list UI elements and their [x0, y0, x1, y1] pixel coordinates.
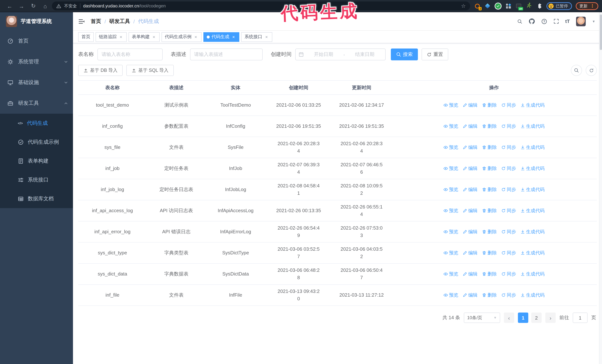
import-sql-button[interactable]: 基于 SQL 导入 — [127, 65, 174, 76]
delete-link[interactable]: 删除 — [482, 249, 497, 257]
edit-link[interactable]: 编辑 — [463, 291, 478, 299]
delete-link[interactable]: 删除 — [482, 207, 497, 214]
preview-link[interactable]: 预览 — [443, 102, 458, 109]
extension-grid-icon[interactable] — [504, 2, 512, 10]
sync-link[interactable]: 同步 — [501, 144, 516, 151]
extension-orange-ring-icon[interactable]: 1 — [473, 2, 481, 10]
generate-code-link[interactable]: 生成代码 — [520, 228, 545, 236]
sidebar-item-infra[interactable]: 基础设施 — [0, 72, 73, 93]
extension-runner-icon[interactable] — [525, 2, 533, 10]
import-db-button[interactable]: 基于 DB 导入 — [78, 65, 123, 76]
tab-form-builder[interactable]: 表单构建× — [129, 32, 160, 42]
fullscreen-icon[interactable] — [553, 19, 559, 24]
table-desc-input[interactable]: 请输入表描述 — [190, 49, 263, 60]
tab-tracing[interactable]: 链路追踪× — [96, 32, 127, 42]
tab-home[interactable]: 首页 — [78, 32, 94, 42]
sync-link[interactable]: 同步 — [501, 228, 516, 236]
preview-link[interactable]: 预览 — [443, 123, 458, 130]
preview-link[interactable]: 预览 — [443, 165, 458, 172]
edit-link[interactable]: 编辑 — [463, 249, 478, 257]
sidebar-item-home[interactable]: 首页 — [0, 31, 73, 52]
toggle-search-button[interactable] — [571, 65, 582, 76]
generate-code-link[interactable]: 生成代码 — [520, 165, 545, 172]
edit-link[interactable]: 编辑 — [463, 228, 478, 236]
reload-icon[interactable]: ↻ — [27, 3, 39, 9]
sidebar-item-system-api[interactable]: 系统接口 — [0, 170, 73, 189]
generate-code-link[interactable]: 生成代码 — [520, 207, 545, 214]
delete-link[interactable]: 删除 — [482, 165, 497, 172]
refresh-table-button[interactable] — [586, 65, 597, 76]
generate-code-link[interactable]: 生成代码 — [520, 102, 545, 109]
sidebar-item-codegen-example[interactable]: 代码生成示例 — [0, 133, 73, 151]
sync-link[interactable]: 同步 — [501, 270, 516, 278]
tab-codegen-example[interactable]: 代码生成示例× — [161, 32, 202, 42]
delete-link[interactable]: 删除 — [482, 291, 497, 299]
delete-link[interactable]: 删除 — [482, 186, 497, 193]
edit-link[interactable]: 编辑 — [463, 270, 478, 278]
sidebar-item-codegen[interactable]: </>代码生成 — [0, 114, 73, 133]
extension-power-icon[interactable]: on — [515, 2, 523, 10]
hamburger-icon[interactable] — [78, 18, 85, 25]
help-icon[interactable]: ? — [541, 18, 547, 24]
sync-link[interactable]: 同步 — [501, 123, 516, 130]
font-size-icon[interactable]: tT — [565, 19, 570, 24]
delete-link[interactable]: 删除 — [482, 102, 497, 109]
profile-chip[interactable]: 已暂停 — [547, 2, 572, 10]
reset-button[interactable]: 重置 — [422, 49, 448, 60]
sidebar-item-devtools[interactable]: 研发工具 — [0, 93, 73, 114]
bookmark-star-icon[interactable]: ☆ — [461, 3, 466, 9]
page-button-2[interactable]: 2 — [531, 312, 542, 323]
breadcrumb-item[interactable]: 研发工具 — [109, 18, 130, 25]
breadcrumb-item[interactable]: 首页 — [91, 18, 101, 25]
edit-link[interactable]: 编辑 — [463, 102, 478, 109]
preview-link[interactable]: 预览 — [443, 207, 458, 214]
preview-link[interactable]: 预览 — [443, 249, 458, 257]
goto-page-input[interactable]: 1 — [573, 312, 588, 323]
sync-link[interactable]: 同步 — [501, 186, 516, 193]
edit-link[interactable]: 编辑 — [463, 207, 478, 214]
generate-code-link[interactable]: 生成代码 — [520, 249, 545, 257]
sidebar-item-system[interactable]: 系统管理 — [0, 52, 73, 72]
generate-code-link[interactable]: 生成代码 — [520, 123, 545, 130]
generate-code-link[interactable]: 生成代码 — [520, 144, 545, 151]
edit-link[interactable]: 编辑 — [463, 144, 478, 151]
sync-link[interactable]: 同步 — [501, 207, 516, 214]
tab-codegen[interactable]: 代码生成× — [203, 32, 239, 42]
generate-code-link[interactable]: 生成代码 — [520, 291, 545, 299]
scrollbar-thumb[interactable] — [600, 14, 602, 50]
close-icon[interactable]: × — [118, 34, 123, 40]
next-page-button[interactable]: › — [545, 312, 556, 323]
page-size-select[interactable]: 10条/页 ▼ — [464, 312, 500, 323]
preview-link[interactable]: 预览 — [443, 270, 458, 278]
extension-green-check-icon[interactable] — [494, 2, 502, 10]
prev-page-button[interactable]: ‹ — [504, 312, 514, 323]
sidebar-item-db-doc[interactable]: 数据库文档 — [0, 189, 73, 208]
user-avatar[interactable] — [576, 16, 586, 26]
close-icon[interactable]: × — [151, 34, 156, 40]
delete-link[interactable]: 删除 — [482, 228, 497, 236]
sync-link[interactable]: 同步 — [501, 249, 516, 257]
sync-link[interactable]: 同步 — [501, 102, 516, 109]
extension-blue-diamond-icon[interactable] — [484, 2, 492, 10]
preview-link[interactable]: 预览 — [443, 186, 458, 193]
preview-link[interactable]: 预览 — [443, 291, 458, 299]
sidebar-item-form-builder[interactable]: 表单构建 — [0, 151, 73, 170]
generate-code-link[interactable]: 生成代码 — [520, 186, 545, 193]
preview-link[interactable]: 预览 — [443, 228, 458, 236]
edit-link[interactable]: 编辑 — [463, 165, 478, 172]
page-button-1[interactable]: 1 — [518, 312, 528, 323]
search-button[interactable]: 搜索 — [391, 49, 418, 60]
search-icon[interactable] — [517, 19, 522, 24]
date-range-picker[interactable]: 开始日期 - 结束日期 — [295, 49, 386, 60]
home-icon[interactable]: ⌂ — [39, 3, 51, 9]
address-bar[interactable]: 不安全 dashboard.yudao.iocoder.cn/tool/code… — [52, 1, 470, 10]
close-icon[interactable]: × — [264, 34, 269, 40]
delete-link[interactable]: 删除 — [482, 270, 497, 278]
close-icon[interactable]: × — [231, 34, 236, 40]
github-icon[interactable] — [529, 18, 535, 24]
edit-link[interactable]: 编辑 — [463, 123, 478, 130]
extension-puzzle-icon[interactable] — [535, 2, 543, 10]
update-button[interactable]: 更新 ⋮ — [576, 2, 598, 10]
generate-code-link[interactable]: 生成代码 — [520, 270, 545, 278]
chevron-down-icon[interactable]: ▼ — [592, 20, 595, 23]
